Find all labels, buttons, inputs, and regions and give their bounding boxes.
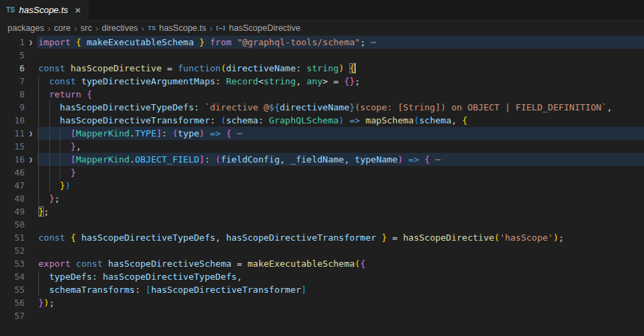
chevron-right-icon: › (95, 23, 98, 34)
indent-guide (38, 192, 39, 205)
fold-chevron-placeholder (25, 49, 37, 62)
fold-chevron-icon[interactable]: ❯ (25, 153, 37, 166)
code-token: ] (301, 285, 307, 295)
code-line[interactable]: 57 (0, 309, 644, 322)
code-text[interactable]: [MapperKind.OBJECT_FIELD]: (fieldConfig,… (37, 153, 644, 166)
code-token (344, 115, 349, 125)
code-line[interactable]: 54 typeDefs: hasScopeDirectiveTypeDefs, (0, 270, 644, 283)
code-token: `directive @ (205, 102, 269, 112)
code-line[interactable]: 53export const hasScopeDirectiveSchema =… (0, 257, 644, 270)
code-text[interactable]: const hasScopeDirective = function(direc… (37, 62, 644, 75)
code-line[interactable]: 9 hasScopeDirectiveTypeDefs: `directive … (0, 101, 644, 114)
code-token: _fieldName (290, 154, 344, 165)
fold-chevron-placeholder (25, 62, 37, 75)
code-text[interactable]: const { hasScopeDirectiveTypeDefs, hasSc… (37, 231, 644, 244)
code-token: mapSchema (365, 115, 413, 125)
code-line[interactable]: 16❯ [MapperKind.OBJECT_FIELD]: (fieldCon… (0, 153, 644, 166)
gutter: 49 (0, 205, 37, 218)
code-line[interactable]: 8 return { (0, 88, 644, 101)
code-token: ) (338, 63, 344, 73)
code-line[interactable]: 46 } (0, 166, 644, 179)
code-token (344, 63, 349, 73)
breadcrumb-item-src[interactable]: src (81, 23, 92, 33)
code-line[interactable]: 49}; (0, 205, 644, 218)
tab-hasScope-ts[interactable]: TS hasScope.ts × (0, 0, 88, 20)
fold-chevron-placeholder (25, 244, 37, 257)
code-token: ⋯ (365, 37, 376, 47)
code-line[interactable]: 10 hasScopeDirectiveTransformer: (schema… (0, 114, 644, 127)
code-text[interactable] (37, 244, 644, 257)
fold-chevron-placeholder (25, 101, 37, 114)
code-token: hasScopeDirectiveTypeDefs (82, 232, 216, 243)
indent-guide (38, 166, 39, 179)
fold-chevron-placeholder (25, 283, 37, 296)
code-token: ) (199, 128, 205, 139)
code-line[interactable]: 51const { hasScopeDirectiveTypeDefs, has… (0, 231, 644, 244)
code-text[interactable]: import { makeExecutableSchema } from "@g… (37, 36, 644, 49)
code-text[interactable] (37, 218, 644, 231)
line-number: 16 (0, 153, 25, 166)
line-number: 15 (0, 140, 25, 153)
code-token: hasScopeDirectiveTypeDefs (60, 102, 194, 112)
code-line[interactable]: 47 }) (0, 179, 644, 192)
code-text[interactable]: }); (37, 296, 644, 309)
breadcrumb: packages › core › src › directives › TS … (0, 21, 644, 36)
code-line[interactable]: 1❯import { makeExecutableSchema } from "… (0, 36, 644, 49)
code-token (419, 154, 425, 165)
code-text[interactable]: schemaTransforms: [hasScopeDirectiveTran… (37, 283, 644, 296)
breadcrumb-item-file[interactable]: TS hasScope.ts (148, 23, 206, 33)
code-token: hasScopeDirectiveTypeDefs (103, 272, 237, 282)
line-number: 5 (0, 49, 25, 62)
line-number: 1 (0, 36, 25, 49)
breadcrumb-item-symbol[interactable]: hasScopeDirective (216, 23, 300, 33)
code-text[interactable]: hasScopeDirectiveTransformer: (schema: G… (37, 114, 644, 127)
breadcrumb-item-packages[interactable]: packages (8, 23, 45, 33)
breadcrumb-item-directives[interactable]: directives (102, 23, 138, 33)
code-token: import (38, 37, 76, 47)
code-line[interactable]: 56}); (0, 296, 644, 309)
code-text[interactable]: return { (37, 88, 644, 101)
close-icon[interactable]: × (75, 5, 81, 15)
gutter: 56 (0, 296, 37, 309)
code-text[interactable]: }, (37, 140, 644, 153)
code-token: ; (44, 206, 49, 217)
code-line[interactable]: 5 (0, 49, 644, 62)
line-number: 49 (0, 205, 25, 218)
code-line[interactable]: 6const hasScopeDirective = function(dire… (0, 62, 644, 75)
code-token: hasScopeDirectiveTransformer (151, 285, 301, 295)
code-token: , (215, 232, 226, 243)
code-text[interactable]: export const hasScopeDirectiveSchema = m… (37, 257, 644, 270)
code-text[interactable]: }; (37, 205, 644, 218)
gutter: 6 (0, 62, 37, 75)
code-text[interactable]: } (37, 166, 644, 179)
code-text[interactable] (37, 49, 644, 62)
code-text[interactable]: hasScopeDirectiveTypeDefs: `directive @$… (37, 101, 644, 114)
code-editor[interactable]: 1❯import { makeExecutableSchema } from "… (0, 36, 644, 322)
code-token: {} (344, 76, 355, 86)
code-text[interactable]: typeDefs: hasScopeDirectiveTypeDefs, (37, 270, 644, 283)
code-line[interactable]: 11❯ [MapperKind.TYPE]: (type) => { ⋯ (0, 127, 644, 140)
code-text[interactable]: }) (37, 179, 644, 192)
code-line[interactable]: 48 }; (0, 192, 644, 205)
code-line[interactable]: 52 (0, 244, 644, 257)
code-token: [ (71, 154, 76, 165)
code-text[interactable]: const typeDirectiveArgumentMaps: Record<… (37, 75, 644, 88)
chevron-right-icon: › (48, 23, 51, 34)
gutter: 8 (0, 88, 37, 101)
chevron-right-icon: › (141, 23, 144, 34)
fold-chevron-icon[interactable]: ❯ (25, 127, 37, 140)
code-text[interactable]: }; (37, 192, 644, 205)
code-line[interactable]: 50 (0, 218, 644, 231)
code-line[interactable]: 55 schemaTransforms: [hasScopeDirectiveT… (0, 283, 644, 296)
indent-guide (38, 283, 39, 296)
code-text[interactable] (37, 309, 644, 322)
breadcrumb-item-core[interactable]: core (54, 23, 71, 33)
code-line[interactable]: 15 }, (0, 140, 644, 153)
fold-chevron-icon[interactable]: ❯ (25, 36, 37, 49)
code-token: } (38, 298, 44, 308)
code-token (38, 76, 49, 86)
code-token: : (92, 272, 103, 282)
code-line[interactable]: 7 const typeDirectiveArgumentMaps: Recor… (0, 75, 644, 88)
code-token: schema (226, 115, 258, 125)
code-text[interactable]: [MapperKind.TYPE]: (type) => { ⋯ (37, 127, 644, 140)
